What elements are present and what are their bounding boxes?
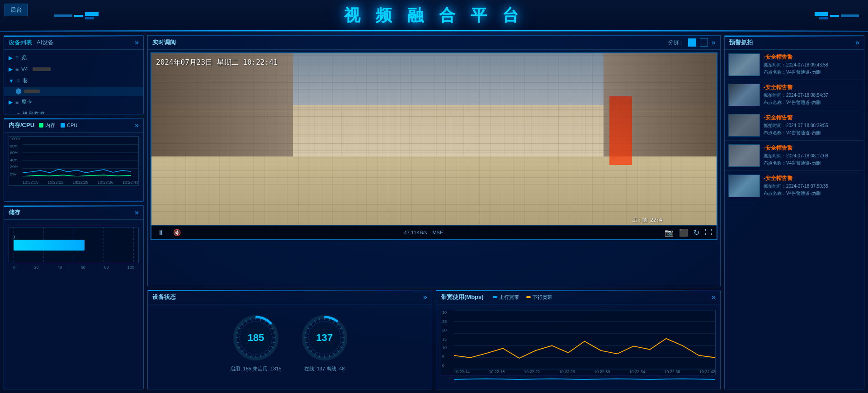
alert-location-4: 布点名称：V4告警通道-勿删	[764, 160, 860, 166]
screenshot-button[interactable]: 📷	[665, 228, 674, 237]
alert-item-2[interactable]: -安全帽告警 抓拍时间：2024-07-18 08:54:37 布点名称：V4告…	[725, 80, 864, 110]
alert-expand[interactable]: »	[855, 38, 859, 47]
fullscreen-button[interactable]: ⛶	[705, 228, 712, 237]
app-container: 后台 视 频 融 合 平 台 设备列表	[0, 0, 868, 393]
alert-name-3: -安全帽告警	[764, 114, 860, 122]
device-list-content: ▶ ≡ 览 ▶ ≡ V4 ▼ ≡ 巷	[4, 50, 143, 114]
device-list-header: 设备列表 AI设备 »	[4, 36, 143, 50]
deco-bar-4	[841, 14, 859, 17]
device-item-camera[interactable]: — ≡ 机房监控	[4, 108, 143, 114]
shield-icon	[16, 88, 21, 95]
cpu-chart-grid	[23, 137, 138, 176]
alert-name-5: -安全帽告警	[764, 175, 860, 182]
video-title: 实时调阅	[152, 38, 176, 47]
alert-thumb-inner-1	[729, 54, 760, 76]
download-legend-dot	[526, 296, 531, 298]
device-sub-shield[interactable]	[4, 87, 143, 96]
alert-item-1[interactable]: -安全帽告警 抓拍时间：2024-07-18 09:43:58 布点名称：V4告…	[725, 50, 864, 80]
storage-panel: 储存 » /	[4, 205, 144, 389]
gauge-container: 185 启用: 185 未启用: 1315	[148, 304, 432, 380]
pause-button[interactable]: ⏸	[156, 228, 166, 237]
upload-legend-dot	[493, 296, 497, 298]
tab-ai-device[interactable]: AI设备	[37, 38, 54, 47]
alert-thumb-2	[728, 84, 760, 106]
storage-usage-bar	[14, 240, 85, 251]
header-left: 后台	[5, 4, 28, 16]
record-button[interactable]: ⬛	[679, 228, 688, 237]
device-item-v4[interactable]: ▶ ≡ V4	[4, 64, 143, 75]
memory-legend: 内存	[39, 122, 55, 129]
deco-bar-2	[74, 15, 83, 17]
alert-title: 预警抓拍	[729, 38, 753, 47]
alert-info-5: -安全帽告警 抓拍时间：2024-07-18 07:50:35 布点名称：V4告…	[764, 175, 860, 197]
right-panel: 预警抓拍 » -安全帽告警 抓拍时间：2024-07-18 09:43:58 布…	[724, 35, 864, 389]
tab-device-list[interactable]: 设备列表	[9, 38, 32, 47]
alert-location-1: 布点名称：V4告警通道-勿删	[764, 69, 860, 76]
gauge-streams: 137	[300, 313, 349, 363]
alert-location-2: 布点名称：V4告警通道-勿删	[764, 99, 860, 106]
memory-legend-label: 内存	[45, 122, 55, 129]
device-status-header: 设备状态 »	[148, 290, 432, 304]
video-content: 2024年07月23日 星期二 10:22:41 工：前 22:4 ⏸ 🔇 47…	[151, 52, 717, 240]
video-scene	[151, 53, 717, 225]
storage-path-label: /	[14, 235, 15, 240]
bandwidth-expand[interactable]: »	[712, 293, 716, 301]
center-panel: 实时调阅 分屏： »	[147, 35, 721, 389]
bandwidth-chart: 30 25 20 15 10 5 0	[441, 310, 716, 375]
alert-time-3: 抓拍时间：2024-07-18 08:29:55	[764, 123, 860, 129]
header-line	[0, 30, 868, 31]
mute-button[interactable]: 🔇	[171, 228, 183, 237]
cpu-legend-label: CPU	[67, 123, 77, 128]
alert-time-2: 抓拍时间：2024-07-18 08:54:37	[764, 92, 860, 99]
split-screen-label: 分屏：	[668, 39, 684, 47]
bandwidth-panel: 带宽使用(Mbps) 上行宽带 下行宽带 »	[436, 290, 721, 389]
download-legend-label: 下行宽带	[533, 294, 552, 301]
grid-screen-button[interactable]	[700, 38, 708, 47]
gauge-devices-value: 185	[248, 332, 264, 344]
video-controls-right: 分屏： »	[668, 38, 716, 47]
cpu-panel-expand[interactable]: »	[135, 121, 139, 129]
gauge-wrapper-devices: 185 启用: 185 未启用: 1315	[230, 313, 281, 372]
video-expand[interactable]: »	[712, 38, 716, 47]
alert-item-3[interactable]: -安全帽告警 抓拍时间：2024-07-18 08:29:55 布点名称：V4告…	[725, 110, 864, 141]
alert-time-5: 抓拍时间：2024-07-18 07:50:35	[764, 183, 860, 189]
header: 后台 视 频 融 合 平 台	[0, 0, 868, 32]
alert-item-5[interactable]: -安全帽告警 抓拍时间：2024-07-18 07:50:35 布点名称：V4告…	[725, 171, 864, 201]
alert-info-4: -安全帽告警 抓拍时间：2024-07-18 08:17:08 布点名称：V4告…	[764, 144, 860, 167]
alert-thumb-inner-3	[729, 114, 760, 136]
single-screen-button[interactable]	[688, 38, 696, 47]
alert-thumb-1	[728, 53, 760, 76]
main-content: 设备列表 AI设备 » ▶ ≡ 览 ▶ ≡ V4	[0, 32, 868, 393]
deco-bar-3	[830, 15, 839, 17]
alert-name-4: -安全帽告警	[764, 144, 860, 152]
back-button[interactable]: 后台	[5, 4, 28, 16]
device-status-expand[interactable]: »	[423, 293, 427, 301]
alert-header: 预警抓拍 »	[725, 36, 864, 50]
device-item-moka[interactable]: ▶ ≡ 摩卡	[4, 96, 143, 108]
device-item-browse[interactable]: ▶ ≡ 览	[4, 52, 143, 64]
device-list-expand[interactable]: »	[135, 38, 139, 47]
gauge-devices-label: 启用: 185 未启用: 1315	[230, 365, 281, 372]
bandwidth-content: 30 25 20 15 10 5 0	[436, 304, 720, 387]
storage-x-axis: 0 20 40 60 80 100	[9, 263, 139, 270]
storage-expand[interactable]: »	[135, 208, 139, 217]
alert-location-3: 布点名称：V4告警通道-勿删	[764, 130, 860, 136]
header-deco-right	[815, 12, 859, 19]
storage-dashed-line-5	[133, 227, 134, 263]
storage-dashed-line-4	[104, 227, 104, 263]
alert-location-5: 布点名称：V4告警通道-勿删	[764, 190, 860, 197]
zoom-button[interactable]: ↻	[693, 228, 699, 237]
gauge-streams-label: 在线: 137 离线: 48	[304, 365, 345, 372]
alert-item-4[interactable]: -安全帽告警 抓拍时间：2024-07-18 08:17:08 布点名称：V4告…	[725, 141, 864, 171]
device-list-panel: 设备列表 AI设备 » ▶ ≡ 览 ▶ ≡ V4	[4, 35, 144, 114]
alert-info-1: -安全帽告警 抓拍时间：2024-07-18 09:43:58 布点名称：V4告…	[764, 53, 860, 76]
video-panel: 实时调阅 分屏： »	[147, 35, 721, 286]
alert-name-2: -安全帽告警	[764, 84, 860, 91]
upload-legend-label: 上行宽带	[499, 294, 519, 301]
device-item-alley[interactable]: ▼ ≡ 巷	[4, 75, 143, 87]
cpu-panel-header: 内存/CPU 内存 CPU »	[4, 118, 143, 133]
alert-name-1: -安全帽告警	[764, 53, 860, 61]
alert-thumb-inner-4	[729, 145, 760, 166]
video-frame: 2024年07月23日 星期二 10:22:41 工：前 22:4	[151, 53, 717, 225]
cpu-memory-panel: 内存/CPU 内存 CPU »	[4, 118, 144, 202]
